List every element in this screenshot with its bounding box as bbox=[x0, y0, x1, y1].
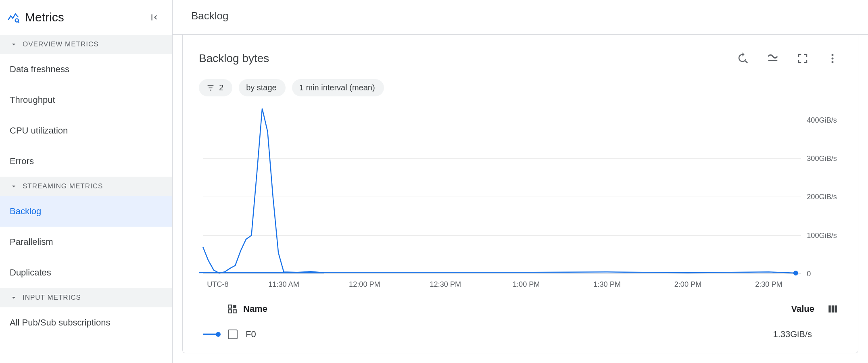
interval-chip[interactable]: 1 min interval (mean) bbox=[292, 79, 384, 96]
legend-table: Name Value F0 1.33GiB/s bbox=[199, 298, 842, 348]
series-color-swatch bbox=[203, 334, 220, 335]
series-name: F0 bbox=[246, 329, 256, 340]
legend-row[interactable]: F0 1.33GiB/s bbox=[199, 320, 842, 348]
section-header-input[interactable]: INPUT METRICS bbox=[0, 288, 172, 307]
fullscreen-button[interactable] bbox=[793, 49, 812, 68]
section-label: INPUT METRICS bbox=[23, 294, 81, 302]
sidebar-item-data-freshness[interactable]: Data freshness bbox=[0, 54, 172, 85]
svg-point-4 bbox=[832, 54, 834, 56]
svg-rect-26 bbox=[228, 305, 232, 308]
svg-rect-31 bbox=[832, 305, 834, 312]
svg-text:UTC-8: UTC-8 bbox=[207, 280, 228, 288]
sidebar: Metrics OVERVIEW METRICS Data freshness … bbox=[0, 0, 173, 363]
legend-toggle-button[interactable] bbox=[764, 49, 782, 68]
chart-card: Backlog bytes 2 by sta bbox=[182, 35, 858, 353]
svg-rect-32 bbox=[835, 305, 837, 312]
filter-chip[interactable]: 2 bbox=[199, 79, 232, 96]
svg-line-2 bbox=[745, 61, 747, 63]
series-checkbox[interactable] bbox=[228, 330, 238, 339]
svg-point-25 bbox=[793, 271, 798, 275]
sidebar-item-all-pubsub[interactable]: All Pub/Sub subscriptions bbox=[0, 307, 172, 338]
reset-zoom-button[interactable] bbox=[734, 49, 752, 68]
section-label: OVERVIEW METRICS bbox=[23, 40, 99, 48]
sidebar-item-backlog[interactable]: Backlog bbox=[0, 196, 172, 227]
value-column-header[interactable]: Value bbox=[791, 304, 814, 314]
sidebar-item-duplicates[interactable]: Duplicates bbox=[0, 257, 172, 288]
series-value: 1.33GiB/s bbox=[773, 329, 812, 340]
columns-icon[interactable] bbox=[827, 304, 838, 314]
chart-title: Backlog bytes bbox=[199, 52, 722, 65]
svg-line-1 bbox=[18, 22, 19, 23]
collapse-sidebar-button[interactable] bbox=[146, 10, 162, 25]
sidebar-item-cpu-utilization[interactable]: CPU utilization bbox=[0, 115, 172, 146]
svg-text:400GiB/s: 400GiB/s bbox=[807, 116, 837, 124]
filter-count: 2 bbox=[219, 83, 223, 92]
legend-header: Name Value bbox=[199, 298, 842, 320]
section-header-overview[interactable]: OVERVIEW METRICS bbox=[0, 35, 172, 54]
page-title: Backlog bbox=[173, 0, 868, 35]
svg-text:1:00 PM: 1:00 PM bbox=[513, 280, 540, 288]
main-content: Backlog bytes 2 by sta bbox=[173, 35, 868, 363]
svg-rect-29 bbox=[233, 310, 236, 313]
svg-point-5 bbox=[832, 58, 834, 60]
sidebar-header: Metrics bbox=[0, 0, 172, 35]
chevron-down-icon bbox=[10, 294, 18, 302]
chevron-down-icon bbox=[10, 182, 18, 190]
sidebar-item-throughput[interactable]: Throughput bbox=[0, 85, 172, 115]
sidebar-item-errors[interactable]: Errors bbox=[0, 146, 172, 177]
chevron-down-icon bbox=[10, 40, 18, 48]
svg-text:0: 0 bbox=[807, 270, 811, 278]
group-chip[interactable]: by stage bbox=[239, 79, 286, 96]
svg-point-6 bbox=[832, 61, 834, 63]
filter-icon bbox=[206, 83, 215, 92]
svg-text:300GiB/s: 300GiB/s bbox=[807, 154, 837, 163]
chart-type-icon[interactable] bbox=[227, 304, 238, 314]
sidebar-item-parallelism[interactable]: Parallelism bbox=[0, 227, 172, 257]
svg-text:200GiB/s: 200GiB/s bbox=[807, 193, 837, 201]
sidebar-title: Metrics bbox=[25, 10, 141, 24]
svg-text:2:00 PM: 2:00 PM bbox=[674, 280, 702, 288]
card-header: Backlog bytes bbox=[199, 49, 842, 68]
svg-text:12:00 PM: 12:00 PM bbox=[349, 280, 380, 288]
svg-text:1:30 PM: 1:30 PM bbox=[593, 280, 621, 288]
svg-text:11:30 AM: 11:30 AM bbox=[268, 280, 299, 288]
chart-area[interactable]: 0100GiB/s200GiB/s300GiB/s400GiB/sUTC-811… bbox=[199, 104, 842, 290]
chip-row: 2 by stage 1 min interval (mean) bbox=[199, 79, 842, 96]
section-label: STREAMING METRICS bbox=[23, 182, 103, 190]
name-column-header[interactable]: Name bbox=[243, 304, 267, 314]
svg-rect-28 bbox=[228, 310, 232, 313]
svg-point-0 bbox=[15, 19, 19, 22]
svg-text:12:30 PM: 12:30 PM bbox=[430, 280, 461, 288]
section-header-streaming[interactable]: STREAMING METRICS bbox=[0, 177, 172, 196]
main: Backlog Backlog bytes bbox=[173, 0, 868, 363]
more-options-button[interactable] bbox=[823, 49, 842, 68]
line-chart: 0100GiB/s200GiB/s300GiB/s400GiB/sUTC-811… bbox=[199, 104, 842, 290]
svg-text:100GiB/s: 100GiB/s bbox=[807, 232, 837, 240]
svg-rect-30 bbox=[828, 305, 830, 312]
metrics-icon bbox=[7, 11, 19, 23]
svg-text:2:30 PM: 2:30 PM bbox=[755, 280, 782, 288]
